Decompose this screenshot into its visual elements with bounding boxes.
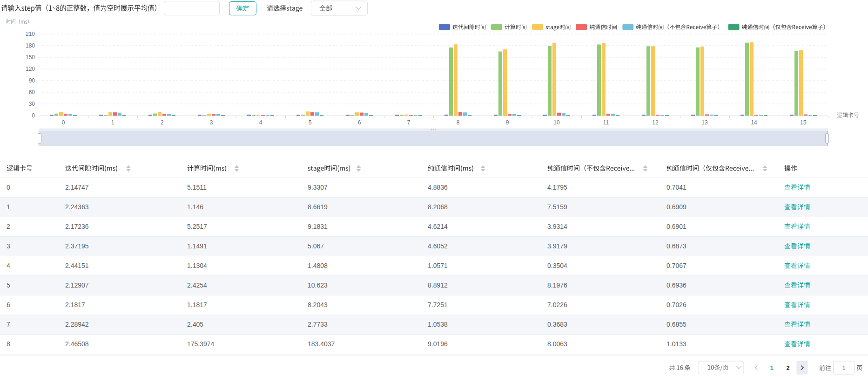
svg-text:60: 60 <box>29 89 35 96</box>
svg-text:0.6936: 0.6936 <box>666 281 686 289</box>
svg-text:1.146: 1.146 <box>187 203 203 211</box>
svg-text:0.7067: 0.7067 <box>666 262 686 269</box>
svg-text:2.37195: 2.37195 <box>65 242 89 250</box>
svg-text:1.4808: 1.4808 <box>308 262 328 269</box>
svg-text:7.5159: 7.5159 <box>547 203 567 211</box>
svg-text:8.2068: 8.2068 <box>428 203 448 211</box>
svg-text:5.1511: 5.1511 <box>187 184 207 191</box>
svg-text:8.0063: 8.0063 <box>547 340 567 348</box>
svg-text:3: 3 <box>210 119 213 126</box>
svg-text:90: 90 <box>29 77 35 84</box>
svg-text:2.28942: 2.28942 <box>65 321 89 328</box>
svg-text:150: 150 <box>26 54 35 61</box>
svg-text:4.6052: 4.6052 <box>428 242 448 250</box>
svg-text:180: 180 <box>26 42 35 49</box>
svg-text:0: 0 <box>62 119 65 126</box>
svg-text:2.7733: 2.7733 <box>308 321 328 328</box>
svg-text:9.3307: 9.3307 <box>308 184 328 191</box>
svg-text:2.405: 2.405 <box>187 321 203 328</box>
svg-text:0.7041: 0.7041 <box>666 184 686 191</box>
svg-text:4.8836: 4.8836 <box>428 184 448 191</box>
svg-text:4.6214: 4.6214 <box>428 223 448 230</box>
svg-text:1.0571: 1.0571 <box>428 262 448 269</box>
svg-text:183.4037: 183.4037 <box>308 340 335 348</box>
svg-text:6: 6 <box>7 301 10 308</box>
svg-text:4.1795: 4.1795 <box>547 184 567 191</box>
svg-text:3: 3 <box>7 242 10 250</box>
svg-text:175.3974: 175.3974 <box>187 340 215 348</box>
svg-text:2.1817: 2.1817 <box>65 301 85 308</box>
svg-text:0.6873: 0.6873 <box>666 242 686 250</box>
svg-text:15: 15 <box>800 119 807 126</box>
svg-text:13: 13 <box>701 119 708 126</box>
svg-text:0.6909: 0.6909 <box>666 203 686 211</box>
svg-text:2.4254: 2.4254 <box>187 281 207 289</box>
svg-text:2.17236: 2.17236 <box>65 223 89 230</box>
svg-text:5.067: 5.067 <box>308 242 324 250</box>
svg-text:2.24363: 2.24363 <box>65 203 89 211</box>
svg-text:0.7026: 0.7026 <box>666 301 686 308</box>
svg-text:0.3683: 0.3683 <box>547 321 567 328</box>
svg-text:2.44151: 2.44151 <box>65 262 89 269</box>
svg-text:0.6855: 0.6855 <box>666 321 686 328</box>
svg-text:2: 2 <box>161 119 164 126</box>
svg-text:2: 2 <box>786 364 789 371</box>
svg-text:6: 6 <box>358 119 361 126</box>
svg-text:8: 8 <box>457 119 460 126</box>
svg-text:3.9314: 3.9314 <box>547 223 567 230</box>
svg-text:1: 1 <box>770 364 773 371</box>
svg-text:2.12907: 2.12907 <box>65 281 89 289</box>
svg-text:4: 4 <box>259 119 262 126</box>
svg-text:9.1831: 9.1831 <box>308 223 328 230</box>
svg-text:11: 11 <box>603 119 609 126</box>
svg-text:2.14747: 2.14747 <box>65 184 89 191</box>
svg-text:5: 5 <box>7 281 10 289</box>
svg-text:14: 14 <box>751 119 757 126</box>
svg-text:120: 120 <box>26 66 35 72</box>
svg-text:1.1817: 1.1817 <box>187 301 207 308</box>
svg-text:8.2043: 8.2043 <box>308 301 328 308</box>
svg-text:9: 9 <box>506 119 509 126</box>
svg-text:8.6619: 8.6619 <box>308 203 328 211</box>
svg-text:7.0226: 7.0226 <box>547 301 567 308</box>
svg-text:9.0196: 9.0196 <box>428 340 448 348</box>
svg-text:12: 12 <box>652 119 659 126</box>
svg-text:2.46508: 2.46508 <box>65 340 89 348</box>
svg-text:0.3504: 0.3504 <box>547 262 567 269</box>
svg-text:7.7251: 7.7251 <box>428 301 448 308</box>
svg-text:7: 7 <box>7 321 10 328</box>
svg-text:1: 1 <box>7 203 10 211</box>
svg-text:5: 5 <box>309 119 312 126</box>
svg-text:4: 4 <box>7 262 10 269</box>
svg-text:1.1304: 1.1304 <box>187 262 207 269</box>
svg-text:7: 7 <box>407 119 410 126</box>
svg-text:5.2517: 5.2517 <box>187 223 207 230</box>
svg-text:1: 1 <box>111 119 114 126</box>
svg-text:8: 8 <box>7 340 10 348</box>
svg-text:1.0133: 1.0133 <box>666 340 686 348</box>
svg-text:1.0538: 1.0538 <box>428 321 448 328</box>
svg-text:10: 10 <box>553 119 560 126</box>
svg-text:8.1976: 8.1976 <box>547 281 567 289</box>
svg-text:1.1491: 1.1491 <box>187 242 207 250</box>
svg-text:3.9179: 3.9179 <box>547 242 567 250</box>
svg-text:1: 1 <box>842 364 845 371</box>
svg-text:0.6901: 0.6901 <box>666 223 686 230</box>
svg-text:2: 2 <box>7 223 10 230</box>
svg-text:10.623: 10.623 <box>308 281 328 289</box>
svg-text:0: 0 <box>32 112 35 119</box>
svg-text:210: 210 <box>26 31 35 37</box>
svg-text:30: 30 <box>29 101 35 107</box>
svg-text:8.8912: 8.8912 <box>428 281 448 289</box>
svg-text:0: 0 <box>7 184 10 191</box>
